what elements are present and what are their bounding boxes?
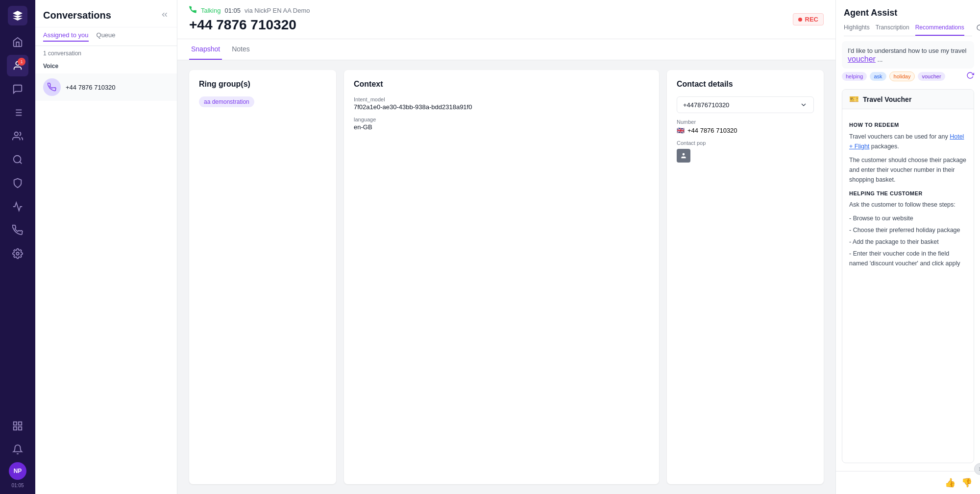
conversation-info: +44 7876 710320	[66, 84, 169, 91]
tab-notes[interactable]: Notes	[230, 39, 252, 60]
context-card: Context Intent_model 7f02a1e0-ae30-43bb-…	[344, 70, 659, 484]
tag-helping[interactable]: helping	[842, 72, 867, 81]
settings-icon	[12, 248, 23, 259]
redeem-para-2: The customer should choose their package…	[849, 155, 967, 185]
contact-pop-icon[interactable]	[677, 149, 690, 163]
contact-number: 🇬🇧 +44 7876 710320	[677, 127, 814, 134]
context-label-0: Intent_model	[354, 96, 649, 102]
transcript-area: I'd like to understand how to use my tra…	[842, 41, 974, 69]
home-icon	[12, 37, 23, 47]
list-icon	[12, 107, 23, 118]
sidebar-item-bell[interactable]	[7, 439, 28, 460]
tag-voucher[interactable]: voucher	[918, 72, 945, 81]
tag-holiday[interactable]: holiday	[889, 71, 915, 81]
agent-assist-panel: Agent Assist Highlights Transcription Re…	[835, 0, 980, 494]
conversation-item[interactable]: +44 7876 710320	[35, 73, 177, 101]
shield-icon	[12, 178, 23, 188]
rec-badge: REC	[793, 13, 824, 25]
conversations-title: Conversations	[43, 10, 111, 21]
helping-intro: Ask the customer to follow these steps:	[849, 200, 967, 210]
phone-status-icon	[189, 6, 197, 15]
redeem-para-1: Travel vouchers can be used for any Hote…	[849, 132, 967, 151]
contact-dropdown[interactable]: +447876710320	[677, 96, 814, 113]
sidebar-item-analytics[interactable]	[7, 196, 28, 217]
bullet-3: - Add the package to their basket	[849, 237, 967, 247]
bullet-2: - Choose their preferred holiday package	[849, 225, 967, 235]
aa-tab-highlights[interactable]: Highlights	[844, 24, 870, 36]
sidebar-item-contacts[interactable]	[7, 125, 28, 147]
sidebar-item-chat[interactable]	[7, 78, 28, 100]
ring-group-title: Ring group(s)	[199, 80, 326, 89]
agent-assist-tabs: Highlights Transcription Recommendations	[844, 24, 972, 36]
agent-assist-header: Agent Assist Highlights Transcription Re…	[836, 0, 980, 36]
sidebar-item-shield[interactable]	[7, 172, 28, 194]
recommendation-card-header: 🎫 Travel Voucher	[842, 90, 974, 109]
sidebar-item-home[interactable]	[7, 31, 28, 53]
call-header: Talking 01:05 via NickP EN AA Demo +44 7…	[177, 0, 835, 39]
contacts-icon	[12, 131, 23, 141]
tab-queue[interactable]: Queue	[97, 31, 116, 42]
talking-status: Talking	[201, 7, 220, 14]
sidebar-time: 01:05	[11, 483, 24, 488]
transcript-text: I'd like to understand how to use my tra…	[848, 47, 966, 54]
svg-point-15	[683, 153, 685, 156]
svg-rect-12	[19, 422, 22, 425]
number-label: Number	[677, 119, 814, 125]
agent-assist-footer: 👍 👎	[836, 471, 980, 494]
aa-tab-transcription[interactable]: Transcription	[876, 24, 909, 36]
thumbs-down-button[interactable]: 👎	[961, 477, 972, 488]
bullet-1: - Browse to our website	[849, 213, 967, 223]
thumbs-up-button[interactable]: 👍	[945, 477, 956, 488]
sidebar-item-search[interactable]	[7, 149, 28, 170]
svg-rect-11	[14, 422, 17, 425]
collapse-button[interactable]	[160, 10, 169, 21]
sidebar: 1	[0, 0, 35, 494]
rec-label: REC	[805, 16, 818, 23]
analytics-icon	[12, 201, 23, 212]
logo-icon	[12, 10, 24, 22]
ring-group-card: Ring group(s) aa demonstration	[189, 70, 336, 484]
recommendation-card: 🎫 Travel Voucher HOW TO REDEEM Travel vo…	[842, 89, 974, 463]
ring-group-tag: aa demonstration	[199, 96, 254, 107]
conversations-tabs: Assigned to you Queue	[35, 27, 177, 46]
sidebar-item-grid[interactable]	[7, 415, 28, 437]
user-avatar[interactable]: NP	[9, 462, 26, 480]
call-tabs: Snapshot Notes	[177, 39, 835, 60]
call-status-row: Talking 01:05 via NickP EN AA Demo	[189, 6, 310, 15]
sidebar-item-list[interactable]	[7, 102, 28, 123]
chat-icon	[12, 84, 23, 94]
logo	[8, 6, 27, 25]
hotel-flight-link[interactable]: Hotel + Flight	[849, 133, 964, 150]
sidebar-item-settings[interactable]	[7, 243, 28, 264]
svg-point-10	[16, 252, 19, 255]
transcript-ellipsis: ...	[876, 56, 882, 63]
contact-details-card: Contact details +447876710320 Number 🇬🇧 …	[667, 70, 824, 484]
chevron-right-icon	[977, 466, 980, 472]
flag-icon: 🇬🇧	[677, 127, 685, 134]
ticket-icon: 🎫	[849, 94, 859, 104]
svg-point-7	[15, 132, 18, 136]
tag-ask[interactable]: ask	[870, 72, 886, 81]
search-icon	[12, 154, 23, 165]
sidebar-item-phone2[interactable]	[7, 219, 28, 241]
context-title: Context	[354, 80, 649, 89]
refresh-button[interactable]	[966, 71, 974, 81]
call-phone-number: +44 7876 710320	[189, 17, 310, 33]
context-field-1: language en-GB	[354, 117, 649, 131]
transcript-link[interactable]: voucher	[848, 55, 876, 63]
agent-assist-tags: helping ask holiday voucher	[836, 69, 980, 85]
call-duration: 01:05	[224, 7, 241, 14]
conversation-number: +44 7876 710320	[66, 84, 169, 91]
tab-snapshot[interactable]: Snapshot	[189, 39, 222, 60]
search-icon[interactable]	[976, 24, 980, 36]
tab-assigned-to-you[interactable]: Assigned to you	[43, 31, 89, 42]
sidebar-item-agent[interactable]: 1	[7, 55, 28, 76]
svg-rect-13	[19, 427, 22, 430]
chevron-down-icon	[800, 101, 808, 109]
recommendation-card-body: HOW TO REDEEM Travel vouchers can be use…	[842, 109, 974, 277]
contact-details-title: Contact details	[677, 80, 814, 89]
expand-area	[836, 467, 980, 471]
svg-rect-14	[14, 427, 17, 430]
aa-tab-recommendations[interactable]: Recommendations	[915, 24, 964, 36]
conversations-header: Conversations	[35, 0, 177, 27]
